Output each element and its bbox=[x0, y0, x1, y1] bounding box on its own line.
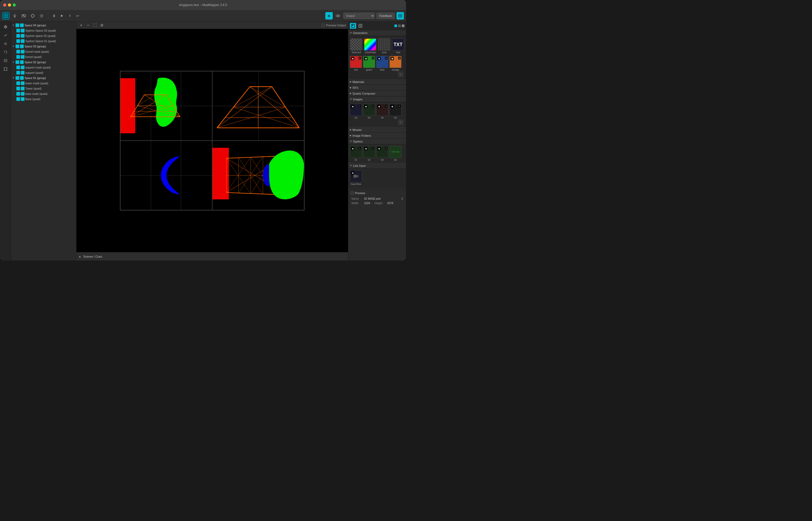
tree-item-syphon03[interactable]: Syphon Space 03 (quad) bbox=[11, 28, 76, 33]
media-strip-item-testcard: TestCard bbox=[350, 39, 363, 54]
mask-tool[interactable] bbox=[2, 57, 9, 64]
sidebar-tools bbox=[0, 22, 11, 260]
image-thumb-05[interactable]: ◀ 1 bbox=[363, 104, 375, 116]
minimize-button[interactable] bbox=[8, 3, 11, 6]
light-tool[interactable] bbox=[11, 12, 18, 20]
syphon-thumb-01[interactable]: ◀ 1 bbox=[350, 146, 362, 158]
output-select[interactable]: Output bbox=[343, 13, 375, 19]
tree-item-funnelmask[interactable]: funnel mask (quad) bbox=[11, 49, 76, 54]
fullscreen-btn[interactable]: ⛶ bbox=[92, 23, 98, 28]
maximize-button[interactable] bbox=[13, 3, 16, 6]
tab-media[interactable] bbox=[350, 23, 356, 29]
preview-output-check[interactable] bbox=[322, 24, 325, 27]
settings-tool[interactable] bbox=[38, 12, 45, 20]
image-thumb-04[interactable]: ◀ 1 bbox=[389, 104, 402, 116]
color-swatch-blue[interactable]: ◀ 1 bbox=[376, 56, 388, 68]
color-swatch-red[interactable]: ◀ 1 bbox=[350, 56, 362, 68]
close-button[interactable] bbox=[3, 3, 6, 6]
pause-btn[interactable]: ⏸ bbox=[51, 13, 57, 19]
remove-canvas-btn[interactable]: − bbox=[85, 23, 91, 28]
titlebar: singapore test – MadMapper 3.6.5 bbox=[0, 0, 406, 10]
tree-item-base[interactable]: Base (quad) bbox=[11, 96, 76, 102]
syphon-thumb-03[interactable]: ◀ 1 bbox=[376, 146, 388, 158]
surface-mode-btn[interactable] bbox=[397, 12, 404, 20]
select-tool[interactable] bbox=[2, 12, 9, 20]
section-header-liveinput[interactable]: ▼ Live Input bbox=[348, 163, 406, 168]
facetime-label: FaceTime bbox=[351, 183, 361, 185]
divider-before-preview bbox=[348, 188, 406, 188]
section-header-generators[interactable]: ▼ Generators bbox=[348, 30, 406, 36]
section-content-syphon: ◀ 1 01 ◀ 1 02 bbox=[348, 144, 406, 163]
rotate-tool[interactable] bbox=[2, 48, 9, 56]
tree-item-space03[interactable]: ▼ Space 03 (group) bbox=[11, 44, 76, 49]
section-title-isfs: ISFs bbox=[352, 86, 359, 89]
info-value-height: 3378 bbox=[387, 202, 393, 205]
svg-point-26 bbox=[6, 70, 7, 71]
color-swatch-green[interactable]: ◀ 1 bbox=[363, 56, 375, 68]
add-tool[interactable] bbox=[2, 31, 9, 39]
shape-tool[interactable] bbox=[29, 12, 36, 20]
right-panel-content: ▼ Generators TestCard ColorPatte bbox=[348, 30, 406, 260]
warp-tool[interactable] bbox=[2, 65, 9, 73]
facetime-thumb[interactable]: ◀ bbox=[350, 170, 362, 182]
tree-item-tower[interactable]: Tower (quad) bbox=[11, 86, 76, 91]
preview-section: Preview Name 02 BASE.psd ℹ Width 1024 He… bbox=[348, 189, 406, 208]
media-tool[interactable] bbox=[20, 12, 27, 20]
color-swatch-blue-item: ◀ 1 blue bbox=[376, 56, 388, 71]
scale-tool[interactable] bbox=[2, 40, 9, 47]
colorpatte-thumb[interactable] bbox=[364, 39, 376, 50]
tree-item-basemask[interactable]: base mask (quad) bbox=[11, 91, 76, 96]
image-thumb-02[interactable]: ◀ 1 bbox=[350, 104, 362, 116]
grid-label: Grid bbox=[382, 51, 386, 54]
section-header-quartz[interactable]: ▶ Quartz Composer bbox=[348, 91, 406, 96]
svg-rect-10 bbox=[23, 15, 24, 16]
grid-thumb[interactable] bbox=[378, 39, 390, 50]
tree-item-towermask[interactable]: tower mask (quad) bbox=[11, 81, 76, 86]
add-canvas-btn[interactable]: + bbox=[79, 23, 84, 28]
loop-btn[interactable]: ↩ bbox=[74, 13, 81, 19]
color-swatch-orange[interactable]: ◀ 1 bbox=[389, 56, 402, 68]
tree-item-space04[interactable]: ▼ Space 04 (group) bbox=[11, 23, 76, 28]
tree-item-space01[interactable]: ▼ Space 01 (group) bbox=[11, 75, 76, 81]
text-thumb[interactable]: TXT bbox=[392, 39, 404, 50]
svg-point-17 bbox=[337, 15, 339, 16]
play-btn[interactable]: ▶ bbox=[59, 13, 65, 19]
n-logo[interactable]: n bbox=[325, 12, 333, 20]
syphon-item-04: OFFLINE 04 bbox=[389, 146, 402, 161]
tree-item-syphon02[interactable]: Syphon space 02 (quad) bbox=[11, 33, 76, 39]
color-swatch-red-item: ◀ 1 red bbox=[350, 56, 362, 71]
section-content-liveinput: ◀ FaceTime bbox=[348, 168, 406, 187]
tab-surface[interactable] bbox=[357, 23, 364, 29]
generators-add-btn[interactable]: + bbox=[398, 72, 403, 77]
section-header-syphon[interactable]: ▼ Syphon bbox=[348, 139, 406, 144]
info-icon[interactable]: ℹ bbox=[402, 197, 403, 200]
testcard-thumb[interactable] bbox=[350, 39, 362, 50]
scenes-arrow[interactable]: ▲ bbox=[79, 255, 81, 258]
section-header-images[interactable]: ▼ Images bbox=[348, 96, 406, 102]
color-label-green: green bbox=[366, 68, 372, 71]
move-tool[interactable] bbox=[2, 23, 9, 30]
canvas-area[interactable] bbox=[77, 29, 348, 252]
preview-checkbox[interactable] bbox=[350, 191, 354, 195]
section-header-materials[interactable]: ▶ Materials bbox=[348, 79, 406, 85]
tree-item-syphon01[interactable]: Syphon Space 01 (quad) bbox=[11, 39, 76, 44]
section-title-materials: Materials bbox=[352, 80, 364, 84]
info-btn[interactable]: ℹ bbox=[67, 13, 73, 19]
tab-indicator-gray bbox=[402, 24, 404, 27]
tree-item-funnel[interactable]: funnel (quad) bbox=[11, 54, 76, 60]
syphon-thumb-04[interactable]: OFFLINE bbox=[389, 146, 402, 158]
images-add-btn[interactable]: + bbox=[398, 119, 403, 125]
tree-item-supportmask[interactable]: support mask (quad) bbox=[11, 65, 76, 70]
image-thumb-03[interactable]: ◀ 1 bbox=[376, 104, 388, 116]
grid-view-btn[interactable]: ⊞ bbox=[99, 23, 104, 28]
section-header-movies[interactable]: ▶ Movies bbox=[348, 127, 406, 133]
preview-eye[interactable] bbox=[334, 12, 342, 20]
media-strip-item-grid: Grid bbox=[378, 39, 391, 54]
section-header-imagefolders[interactable]: ▶ Image Folders bbox=[348, 133, 406, 139]
section-header-isfs[interactable]: ▶ ISFs bbox=[348, 85, 406, 91]
tree-item-support[interactable]: support (quad) bbox=[11, 70, 76, 75]
section-title-images: Images bbox=[353, 98, 363, 101]
tree-item-space02[interactable]: ▼ Space 02 (group) bbox=[11, 60, 76, 65]
feedback-button[interactable]: Feedback bbox=[377, 13, 395, 19]
syphon-thumb-02[interactable]: ◀ 1 bbox=[363, 146, 375, 158]
